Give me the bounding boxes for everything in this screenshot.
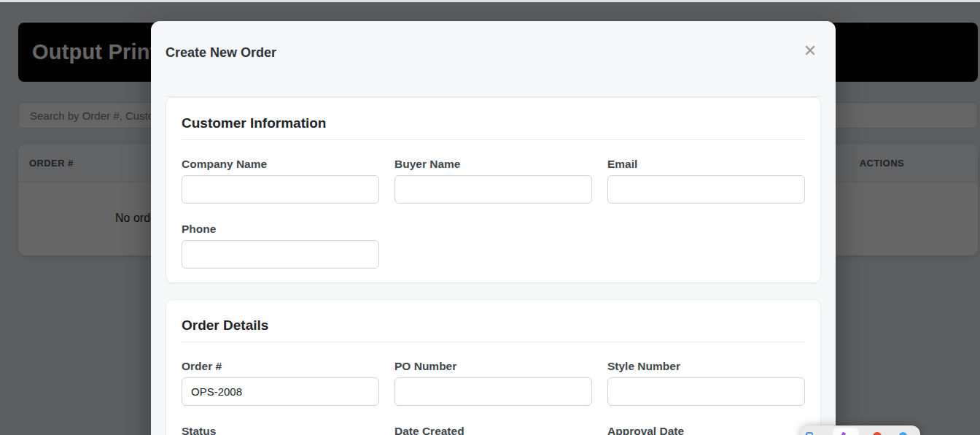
email-input[interactable]	[607, 175, 805, 204]
section-title-order-details: Order Details	[182, 316, 805, 335]
field-label: Order #	[182, 358, 379, 374]
customer-information-section: Customer Information Company Name Buyer …	[166, 97, 821, 283]
field-status: Status	[182, 423, 379, 435]
field-order-number: Order #	[182, 358, 379, 406]
customer-fields-grid: Company Name Buyer Name Email Phone	[182, 156, 805, 269]
field-label: Buyer Name	[394, 156, 592, 172]
close-icon[interactable]: ✕	[801, 42, 820, 61]
field-buyer-name: Buyer Name	[394, 156, 592, 204]
modal-title: Create New Order	[166, 44, 276, 61]
create-order-modal: Create New Order ✕ Customer Information …	[151, 21, 836, 435]
pointer-icon[interactable]	[899, 432, 907, 435]
field-company-name: Company Name	[182, 156, 379, 204]
extension-toolbar	[801, 426, 920, 435]
field-label: Date Created	[394, 423, 592, 435]
buyer-name-input[interactable]	[394, 175, 592, 204]
window-top-edge	[0, 0, 980, 2]
order-details-section: Order Details Order # PO Number Style Nu…	[166, 299, 821, 435]
style-number-input[interactable]	[607, 377, 805, 406]
field-label: Phone	[182, 221, 379, 237]
field-label: PO Number	[394, 358, 592, 374]
field-email: Email	[607, 156, 805, 204]
record-icon[interactable]	[873, 432, 882, 435]
order-number-input[interactable]	[182, 377, 379, 406]
field-label: Status	[182, 423, 379, 435]
field-date-created: Date Created	[394, 423, 592, 435]
company-name-input[interactable]	[182, 175, 379, 204]
screen: Output Printing System ORDER # ACTIONS N…	[0, 0, 980, 435]
field-label: Style Number	[607, 358, 805, 374]
active-tool-tile	[833, 428, 859, 435]
field-phone: Phone	[182, 221, 379, 269]
field-po-number: PO Number	[394, 358, 592, 406]
capture-icon[interactable]	[806, 432, 813, 435]
field-style-number: Style Number	[607, 358, 805, 406]
section-divider	[182, 342, 805, 342]
section-divider	[182, 139, 805, 140]
field-approval-date: Approval Date	[607, 423, 805, 435]
field-label: Company Name	[182, 156, 379, 172]
field-label: Email	[607, 156, 805, 172]
phone-input[interactable]	[182, 240, 379, 269]
field-label: Approval Date	[607, 423, 805, 435]
po-number-input[interactable]	[394, 377, 592, 406]
section-title-customer-information: Customer Information	[182, 114, 805, 133]
order-fields-grid: Order # PO Number Style Number Status Da…	[182, 358, 805, 435]
